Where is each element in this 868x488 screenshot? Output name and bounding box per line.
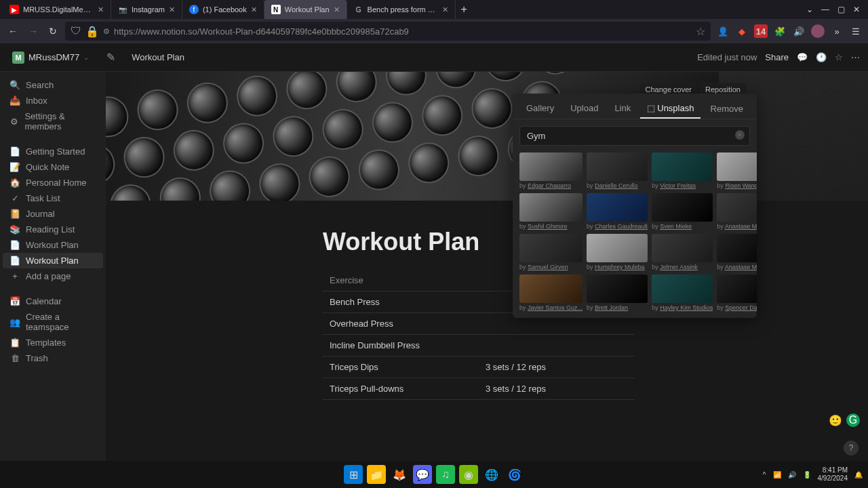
unsplash-thumbnail[interactable]: by Danielle Cerullo bbox=[587, 152, 648, 189]
sets-cell[interactable]: 3 sets / 12 reps bbox=[479, 357, 635, 378]
permissions-icon[interactable]: ⚙ bbox=[103, 27, 110, 36]
favorite-icon[interactable]: ☆ bbox=[835, 52, 843, 62]
unsplash-thumbnail[interactable]: by Anastase Maragos bbox=[717, 234, 757, 270]
extensions-icon[interactable]: 🧩 bbox=[773, 24, 787, 38]
start-button[interactable]: ⊞ bbox=[344, 465, 363, 484]
notifications-icon[interactable]: 🔔 bbox=[854, 471, 863, 479]
clear-search-icon[interactable]: ✕ bbox=[735, 130, 745, 140]
browser-tab[interactable]: f (1) Facebook ✕ bbox=[182, 0, 264, 19]
unsplash-thumbnail[interactable]: by Edgar Chaparro bbox=[519, 152, 583, 189]
browser-tab[interactable]: G Bench press form gif - Google ✕ bbox=[347, 0, 456, 19]
table-row[interactable]: Triceps Dips3 sets / 12 reps bbox=[323, 357, 635, 378]
help-button[interactable]: ? bbox=[844, 441, 859, 455]
forward-button[interactable]: → bbox=[26, 23, 41, 39]
unsplash-thumbnail[interactable]: by Victor Freitas bbox=[652, 152, 713, 189]
unsplash-thumbnail[interactable]: by Anastase Maragos bbox=[717, 193, 757, 230]
maximize-button[interactable]: ▢ bbox=[837, 5, 845, 14]
shield-icon[interactable]: 🛡 bbox=[71, 25, 81, 37]
sets-cell[interactable]: 3 sets / 12 reps bbox=[479, 378, 635, 399]
tab-gallery[interactable]: Gallery bbox=[519, 99, 561, 119]
sidebar-item[interactable]: 📥Inbox bbox=[3, 93, 103, 108]
browser-tab[interactable]: 📷 Instagram ✕ bbox=[111, 0, 182, 19]
menu-icon[interactable]: ☰ bbox=[849, 24, 863, 38]
tray-chevron-icon[interactable]: ^ bbox=[763, 471, 766, 479]
lock-icon[interactable]: 🔒 bbox=[85, 25, 99, 38]
sidebar-item[interactable]: 👥Create a teamspace bbox=[3, 309, 103, 335]
sidebar-item[interactable]: 🗑Trash bbox=[3, 350, 103, 366]
tab-link[interactable]: Link bbox=[608, 99, 637, 119]
exercise-cell[interactable]: Overhead Press bbox=[323, 313, 479, 334]
sidebar-item[interactable]: 📅Calendar bbox=[3, 293, 103, 309]
close-icon[interactable]: ✕ bbox=[334, 5, 340, 14]
close-window-button[interactable]: ✕ bbox=[853, 5, 860, 14]
unsplash-thumbnail[interactable]: by Risen Wang bbox=[717, 152, 757, 189]
sidebar-item[interactable]: 📄Getting Started bbox=[3, 144, 103, 159]
sidebar-item[interactable]: ⚙Settings & members bbox=[3, 108, 103, 134]
explorer-icon[interactable]: 📁 bbox=[367, 465, 386, 484]
browser-tab[interactable]: N Workout Plan ✕ bbox=[264, 0, 347, 19]
unsplash-thumbnail[interactable]: by Samuel Girven bbox=[519, 234, 583, 270]
updates-icon[interactable]: 🕐 bbox=[816, 52, 827, 62]
sidebar-item[interactable]: +Add a page bbox=[3, 268, 103, 284]
discord-icon[interactable]: 💬 bbox=[413, 465, 432, 484]
browser-tab[interactable]: ▶ MRUSS.DigitalMedia - YouTube ✕ bbox=[3, 0, 111, 19]
exercise-cell[interactable]: Bench Press bbox=[323, 291, 479, 312]
sidebar-item[interactable]: 📔Journal bbox=[3, 206, 103, 222]
tab-upload[interactable]: Upload bbox=[564, 99, 605, 119]
sidebar-item[interactable]: 📚Reading List bbox=[3, 222, 103, 237]
edge-icon[interactable]: 🌀 bbox=[505, 465, 524, 484]
compose-icon[interactable]: ✎ bbox=[106, 51, 115, 64]
close-icon[interactable]: ✕ bbox=[251, 5, 257, 14]
table-header-exercise[interactable]: Exercise bbox=[323, 270, 479, 291]
network-icon[interactable]: 📶 bbox=[773, 471, 781, 479]
sidebar-item[interactable]: 📋Templates bbox=[3, 335, 103, 350]
exercise-cell[interactable]: Triceps Pull-downs bbox=[323, 378, 479, 399]
brave-icon[interactable]: ◆ bbox=[735, 24, 749, 38]
back-button[interactable]: ← bbox=[5, 23, 20, 39]
remove-cover-button[interactable]: Remove bbox=[704, 100, 750, 118]
sidebar-item[interactable]: 📄Workout Plan bbox=[3, 237, 103, 253]
sidebar-item[interactable]: ✓Task List bbox=[3, 190, 103, 206]
minimize-button[interactable]: — bbox=[821, 5, 829, 14]
volume-tray-icon[interactable]: 🔊 bbox=[788, 471, 796, 479]
unsplash-thumbnail[interactable]: by Charles Gaudreault bbox=[587, 193, 648, 230]
share-button[interactable]: Share bbox=[765, 52, 789, 62]
sidebar-item[interactable]: 📝Quick Note bbox=[3, 159, 103, 175]
sidebar-item[interactable]: 📄Workout Plan bbox=[3, 253, 103, 268]
nvidia-icon[interactable]: ◉ bbox=[459, 465, 478, 484]
bookmark-star-icon[interactable]: ☆ bbox=[696, 25, 705, 38]
exercise-cell[interactable]: Incline Dumbbell Press bbox=[323, 335, 479, 356]
chevron-down-icon[interactable]: ⌄ bbox=[806, 5, 813, 14]
close-icon[interactable]: ✕ bbox=[169, 5, 175, 14]
comments-icon[interactable]: 💬 bbox=[797, 52, 808, 62]
unsplash-thumbnail[interactable]: by Sven Mieke bbox=[652, 193, 713, 230]
reload-button[interactable]: ↻ bbox=[46, 23, 60, 39]
url-bar[interactable]: 🛡 🔒 ⚙ https://www.notion.so/Workout-Plan… bbox=[65, 22, 711, 41]
account-icon[interactable]: 👤 bbox=[716, 24, 730, 38]
more-icon[interactable]: ⋯ bbox=[851, 52, 860, 62]
unsplash-thumbnail[interactable]: by Spencer Davis bbox=[717, 274, 757, 311]
sets-cell[interactable] bbox=[479, 335, 635, 356]
unsplash-search-input[interactable] bbox=[519, 126, 750, 146]
close-icon[interactable]: ✕ bbox=[442, 5, 448, 14]
unsplash-thumbnail[interactable]: by Sushil Ghimire bbox=[519, 193, 583, 230]
spotify-icon[interactable]: ♫ bbox=[436, 465, 455, 484]
chrome-icon[interactable]: 🌐 bbox=[482, 465, 501, 484]
grammarly-icon[interactable]: G bbox=[846, 413, 860, 427]
battery-icon[interactable]: 🔋 bbox=[803, 471, 811, 479]
unsplash-thumbnail[interactable]: by Hayley Kim Studios bbox=[652, 274, 713, 311]
unsplash-thumbnail[interactable]: by Humphrey Muleba bbox=[587, 234, 648, 270]
sidebar-item[interactable]: 🏠Personal Home bbox=[3, 175, 103, 190]
unsplash-thumbnail[interactable]: by Jelmer Assink bbox=[652, 234, 713, 270]
firefox-icon[interactable]: 🦊 bbox=[390, 465, 409, 484]
breadcrumb[interactable]: Workout Plan bbox=[132, 52, 184, 62]
tab-unsplash[interactable]: ⬚Unsplash bbox=[640, 99, 701, 119]
close-icon[interactable]: ✕ bbox=[98, 5, 104, 14]
emoji-float-icon[interactable]: 🙂 bbox=[829, 413, 842, 427]
sidebar-item[interactable]: 🔍Search bbox=[3, 77, 103, 93]
system-clock[interactable]: 8:41 PM 4/92/2024 bbox=[818, 466, 848, 483]
exercise-cell[interactable]: Triceps Dips bbox=[323, 357, 479, 378]
volume-icon[interactable]: 🔊 bbox=[792, 24, 806, 38]
profile-icon[interactable] bbox=[811, 24, 825, 38]
unsplash-thumbnail[interactable]: by Brett Jordan bbox=[587, 274, 648, 311]
